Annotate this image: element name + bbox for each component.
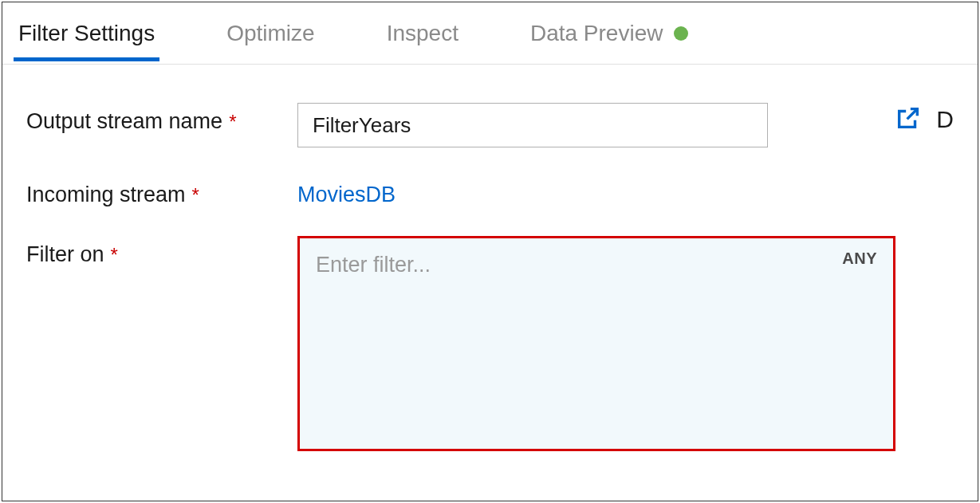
truncated-text: D <box>936 106 954 133</box>
status-dot-icon <box>674 26 688 41</box>
panel-frame: Filter Settings Optimize Inspect Data Pr… <box>2 2 978 501</box>
row-output-stream: Output stream name * <box>26 103 962 147</box>
label-text: Filter on <box>26 242 104 267</box>
tab-label: Filter Settings <box>18 21 155 46</box>
control-incoming-stream: MoviesDB <box>297 176 768 207</box>
tab-label: Optimize <box>226 21 314 46</box>
filter-type-badge: ANY <box>842 250 877 268</box>
filter-placeholder: Enter filter... <box>316 253 431 277</box>
required-asterisk-icon: * <box>229 111 236 133</box>
tab-optimize[interactable]: Optimize <box>226 6 314 61</box>
form-area: Output stream name * Incoming stream * M… <box>2 65 978 451</box>
label-filter-on: Filter on * <box>26 236 297 267</box>
tab-label: Inspect <box>387 21 459 46</box>
row-incoming-stream: Incoming stream * MoviesDB <box>26 176 962 207</box>
control-output-stream <box>297 103 768 147</box>
tab-bar: Filter Settings Optimize Inspect Data Pr… <box>2 2 978 65</box>
tab-filter-settings[interactable]: Filter Settings <box>18 6 155 61</box>
required-asterisk-icon: * <box>192 184 199 206</box>
open-external-icon[interactable] <box>895 104 922 135</box>
right-actions: D <box>895 104 954 135</box>
output-stream-name-input[interactable] <box>297 103 768 147</box>
filter-expression-input[interactable]: Enter filter... ANY <box>297 236 895 451</box>
label-text: Incoming stream <box>26 183 186 207</box>
label-text: Output stream name <box>26 109 222 134</box>
tab-label: Data Preview <box>530 21 663 46</box>
incoming-stream-link[interactable]: MoviesDB <box>297 176 396 207</box>
tab-data-preview[interactable]: Data Preview <box>530 6 689 61</box>
label-output-stream: Output stream name * <box>26 103 297 134</box>
label-incoming-stream: Incoming stream * <box>26 176 297 207</box>
row-filter-on: Filter on * Enter filter... ANY <box>26 236 962 451</box>
tab-inspect[interactable]: Inspect <box>387 6 459 61</box>
required-asterisk-icon: * <box>111 244 118 266</box>
